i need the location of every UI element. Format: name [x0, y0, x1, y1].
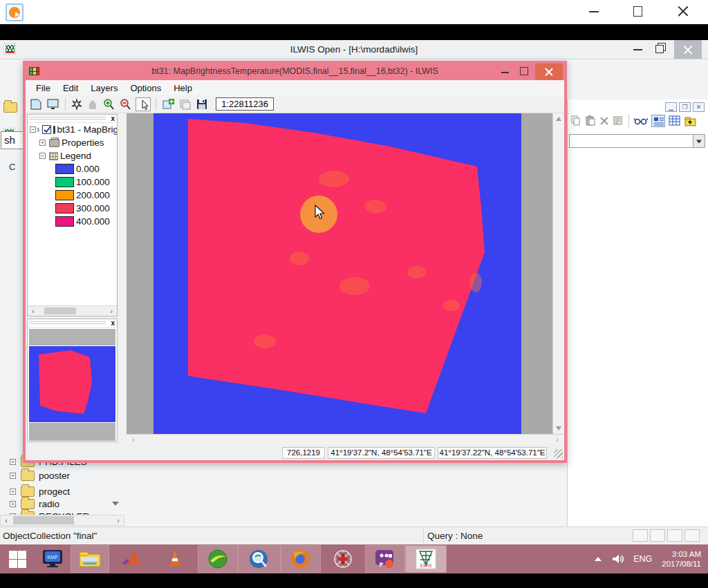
taskbar-webshots[interactable]	[321, 545, 365, 573]
legend-item[interactable]: 300.000	[28, 202, 117, 215]
player-app-icon[interactable]	[6, 3, 24, 21]
scroll-right-icon[interactable]: ›	[552, 435, 563, 444]
expand-icon[interactable]: +	[10, 501, 16, 507]
mdi-restore-button[interactable]: ❐	[679, 102, 691, 112]
tree-scroll-down-icon[interactable]	[112, 502, 119, 506]
legend-item[interactable]: 100.000	[28, 176, 117, 189]
taskbar-vlc[interactable]	[152, 545, 198, 573]
combobox-dropdown-button[interactable]	[693, 135, 705, 147]
expand-icon[interactable]: +	[10, 489, 16, 495]
legend-row[interactable]: − Legend	[28, 149, 117, 162]
detail-view-icon[interactable]	[669, 115, 681, 126]
map-maximize-button[interactable]	[520, 67, 528, 75]
layer-root-row[interactable]: − 1 bt31 - MapBrigl	[28, 123, 117, 136]
toolbar-folder-icon[interactable]	[3, 102, 17, 113]
customize-glasses-icon[interactable]	[634, 116, 648, 126]
tree-horizontal-scrollbar[interactable]: ‹ ›	[0, 515, 124, 526]
resize-grip[interactable]	[554, 449, 563, 458]
list-view-icon[interactable]	[651, 115, 665, 127]
up-folder-icon[interactable]	[684, 116, 697, 126]
main-restore-button[interactable]	[655, 45, 664, 53]
language-indicator[interactable]: ENG	[633, 554, 652, 564]
zoom-out-icon[interactable]	[119, 98, 132, 111]
close-pane-icon[interactable]: x	[111, 319, 115, 327]
mdi-minimize-button[interactable]: ▁	[665, 102, 677, 112]
taskbar-kmplayer[interactable]: KMP	[35, 545, 71, 573]
menu-layers[interactable]: Layers	[84, 83, 124, 93]
layer-manage-icon[interactable]	[178, 98, 192, 111]
close-pane-icon[interactable]: x	[111, 115, 115, 122]
expand-icon[interactable]: +	[10, 459, 16, 465]
taskbar-matlab[interactable]	[109, 545, 152, 573]
taskbar-screen-recorder[interactable]	[365, 545, 405, 573]
taskbar-idm[interactable]	[198, 545, 238, 573]
layer-checkbox[interactable]	[42, 125, 51, 134]
ilwis-icon: ILWIS	[416, 549, 436, 569]
paste-icon[interactable]	[585, 115, 596, 126]
scroll-down-icon[interactable]	[556, 426, 561, 430]
taskbar-firefox[interactable]	[281, 545, 321, 573]
volume-icon[interactable]	[611, 553, 624, 565]
collapse-icon[interactable]: −	[39, 153, 46, 159]
mdi-close-button[interactable]: ✕	[693, 102, 705, 112]
legend-item[interactable]: 400.000	[28, 215, 117, 228]
menu-edit[interactable]: Edit	[57, 83, 84, 93]
menu-help[interactable]: Help	[167, 83, 198, 93]
start-button[interactable]	[0, 545, 35, 573]
scale-input[interactable]: 1:22811236	[216, 97, 274, 111]
menu-file[interactable]: File	[30, 83, 57, 93]
select-tool-icon[interactable]	[136, 97, 151, 111]
map-horizontal-scrollbar[interactable]: ‹ ›	[127, 434, 564, 445]
entire-map-icon[interactable]	[71, 98, 83, 111]
scroll-right-icon[interactable]: ›	[113, 515, 124, 525]
expand-icon[interactable]: +	[39, 140, 46, 146]
map-minimize-button[interactable]	[501, 72, 509, 73]
menu-options[interactable]: Options	[124, 83, 167, 93]
scroll-left-icon[interactable]: ‹	[1, 515, 12, 525]
zoom-in-icon[interactable]	[102, 98, 115, 111]
collapse-icon[interactable]: −	[30, 126, 36, 133]
properties-icon[interactable]	[613, 115, 624, 126]
scroll-right-icon[interactable]: ›	[106, 306, 117, 316]
player-close-button[interactable]	[678, 6, 689, 17]
taskbar-file-explorer[interactable]	[71, 545, 109, 573]
save-icon[interactable]	[196, 98, 208, 111]
main-minimize-button[interactable]	[633, 49, 642, 50]
scroll-left-icon[interactable]: ‹	[28, 306, 39, 316]
player-minimize-button[interactable]	[589, 11, 599, 12]
main-close-button[interactable]	[674, 40, 702, 59]
overview-map[interactable]	[29, 346, 115, 422]
legend-item[interactable]: 200.000	[28, 189, 117, 202]
legend-item[interactable]: 0.000	[28, 162, 117, 176]
pan-hand-icon[interactable]	[86, 98, 99, 111]
scroll-up-icon[interactable]	[556, 117, 561, 121]
tree-item-pooster[interactable]: + pooster	[0, 468, 70, 482]
tree-item-radio[interactable]: + radio	[0, 497, 59, 511]
map-vertical-scrollbar[interactable]	[552, 113, 564, 434]
player-maximize-button[interactable]	[633, 6, 642, 17]
filter-input[interactable]: sh	[1, 131, 24, 149]
map-close-button[interactable]	[535, 64, 563, 80]
add-layer-icon[interactable]	[161, 98, 175, 111]
tray-expand-icon[interactable]	[595, 557, 602, 561]
main-titlebar[interactable]: ILWIS Open - [H:\mordad\ilwis]	[0, 40, 708, 59]
scroll-thumb[interactable]	[44, 307, 76, 314]
taskbar-ilwis[interactable]: ILWIS	[405, 545, 447, 573]
pane-grip[interactable]: x	[28, 115, 117, 123]
pane-grip[interactable]: x	[28, 319, 117, 328]
tree-item-progect[interactable]: + progect	[0, 484, 70, 498]
map-titlebar[interactable]: bt31: MapBrightnessTemperature(MODIS,fin…	[26, 64, 564, 80]
taskbar-sas-planet[interactable]	[238, 545, 281, 573]
copy-icon[interactable]	[570, 115, 581, 126]
scroll-thumb[interactable]	[13, 516, 74, 524]
expand-icon[interactable]: +	[10, 473, 16, 479]
clock[interactable]: 3:03 AM 2017/08/11	[662, 549, 701, 569]
delete-icon[interactable]	[599, 116, 609, 126]
catalog-address-combobox[interactable]	[569, 134, 705, 148]
new-map-icon[interactable]	[30, 98, 43, 111]
properties-row[interactable]: + Properties	[28, 136, 117, 149]
map-canvas[interactable]	[127, 113, 552, 434]
layer-pane-scrollbar[interactable]: ‹ ›	[28, 305, 117, 316]
full-screen-icon[interactable]	[46, 98, 60, 111]
scroll-left-icon[interactable]: ‹	[128, 435, 139, 444]
